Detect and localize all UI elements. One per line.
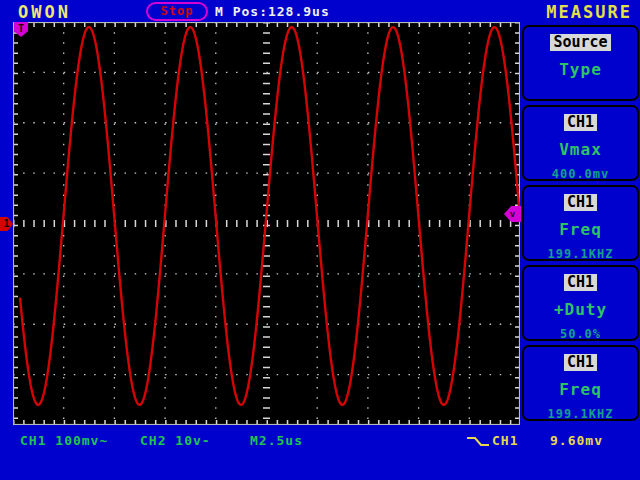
menu-header: CH1 <box>564 114 597 131</box>
menu-value: 199.1KHZ <box>548 407 614 421</box>
run-state-badge: Stop <box>146 2 208 21</box>
menu-label: Vmax <box>559 140 602 159</box>
menu-value: 199.1KHZ <box>548 247 614 261</box>
trigger-source-readout: CH1 <box>492 433 518 448</box>
waveform-display: T <box>13 22 520 425</box>
trigger-position-readout: M Pos:128.9us <box>215 4 330 19</box>
menu-header: Source <box>550 34 610 51</box>
menu-label: Freq <box>559 380 602 399</box>
menu-header: CH1 <box>564 194 597 211</box>
menu-header: CH1 <box>564 274 597 291</box>
menu-item-freq-1[interactable]: CH1 Freq 199.1KHZ <box>522 185 639 261</box>
ch1-scale-readout: CH1 100mv~ <box>20 433 108 448</box>
trigger-level-readout: 9.60mv <box>550 433 603 448</box>
menu-label: Freq <box>559 220 602 239</box>
oscilloscope-screen: OWON Stop M Pos:128.9us MEASURE T 1 v So… <box>0 0 640 480</box>
status-bar: CH1 100mv~ CH2 10v- M2.5us CH1 9.60mv <box>0 425 640 480</box>
menu-title: MEASURE <box>546 2 632 22</box>
menu-header: CH1 <box>564 354 597 371</box>
menu-value: 400.0mv <box>552 167 610 181</box>
menu-item-freq-2[interactable]: CH1 Freq 199.1KHZ <box>522 345 639 421</box>
menu-label: +Duty <box>554 300 607 319</box>
waveform-plot <box>13 22 520 425</box>
falling-edge-trigger-icon <box>466 435 490 448</box>
ch1-zero-level-marker: 1 <box>0 217 13 231</box>
timebase-readout: M2.5us <box>250 433 303 448</box>
brand-logo: OWON <box>18 2 71 22</box>
menu-item-duty[interactable]: CH1 +Duty 50.0% <box>522 265 639 341</box>
menu-value: 50.0% <box>560 327 601 341</box>
menu-item-vmax[interactable]: CH1 Vmax 400.0mv <box>522 105 639 181</box>
menu-label: Type <box>559 60 602 79</box>
measure-menu: Source Type CH1 Vmax 400.0mv CH1 Freq 19… <box>520 25 640 425</box>
ch2-scale-readout: CH2 10v- <box>140 433 211 448</box>
menu-item-source[interactable]: Source Type <box>522 25 639 101</box>
top-bar: OWON Stop M Pos:128.9us MEASURE <box>0 0 640 22</box>
